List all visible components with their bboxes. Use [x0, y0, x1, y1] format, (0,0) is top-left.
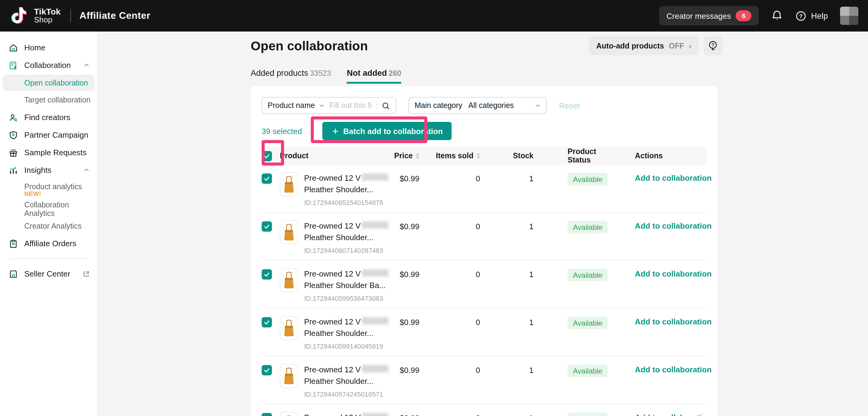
creator-messages-label: Creator messages	[666, 11, 731, 20]
search-input[interactable]	[329, 101, 373, 110]
stock-cell: 1	[480, 316, 533, 327]
svg-text:?: ?	[799, 13, 803, 19]
items-sold-cell: 0	[420, 316, 480, 327]
add-to-collaboration-link[interactable]: Add to collaboration	[635, 220, 712, 231]
tiktok-shop-logo[interactable]: TikTok Shop	[0, 5, 61, 26]
product-image	[280, 412, 298, 416]
check-icon	[264, 152, 270, 159]
product-title: Pre-owned 12 V Pleather Shoulder...	[304, 364, 389, 387]
chevron-up-icon	[83, 62, 90, 69]
table-row: Pre-owned 12 V Pleather Shoulder Ba... I…	[261, 261, 707, 309]
product-image	[280, 268, 298, 292]
row-checkbox[interactable]	[261, 317, 272, 327]
select-all-checkbox[interactable]	[261, 151, 272, 161]
partner-campaign-icon	[8, 130, 18, 140]
reset-button[interactable]: Reset	[559, 101, 580, 110]
help-button[interactable]: ? Help	[795, 10, 828, 22]
sidebar-divider	[8, 258, 89, 259]
price-cell: $0.99	[389, 412, 420, 416]
search-icon[interactable]	[381, 101, 390, 110]
chevron-down-icon	[535, 102, 541, 109]
notifications-bell-icon[interactable]	[771, 9, 783, 23]
price-cell: $0.99	[389, 220, 420, 231]
vertical-divider	[311, 123, 312, 139]
row-checkbox[interactable]	[261, 173, 272, 184]
stock-cell: 1	[480, 220, 533, 231]
product-title: Pre-owned 12 V Pleather Shoulder...	[304, 412, 389, 416]
add-to-collaboration-link[interactable]: Add to collaboration	[635, 172, 712, 182]
selection-row: 39 selected Batch add to collaboration	[261, 122, 707, 140]
product-image	[280, 220, 298, 244]
row-checkbox[interactable]	[261, 269, 272, 280]
status-badge: Available	[567, 221, 608, 234]
tips-button[interactable]: ?	[704, 36, 722, 55]
product-title: Pre-owned 12 V Pleather Shoulder Ba...	[304, 268, 389, 291]
product-id: ID:1729440599140045819	[304, 343, 389, 350]
price-cell: $0.99	[389, 316, 420, 327]
sidebar-item-seller-center[interactable]: Seller Center	[0, 265, 97, 283]
user-avatar[interactable]	[840, 7, 858, 25]
help-label: Help	[811, 11, 828, 20]
sidebar-item-collaboration-analytics[interactable]: Collaboration Analytics	[0, 201, 97, 218]
tiktok-note-icon	[10, 5, 29, 26]
redacted-blur	[362, 317, 389, 324]
sidebar-item-product-analytics[interactable]: Product analytics NEW!	[0, 179, 97, 201]
column-header-price[interactable]: Price	[389, 151, 420, 160]
tab-added-products[interactable]: Added products 33523	[251, 69, 331, 84]
sidebar-item-open-collaboration[interactable]: Open collaboration	[2, 75, 95, 91]
sidebar-item-insights[interactable]: Insights	[0, 161, 97, 179]
creator-messages-button[interactable]: Creator messages 6	[659, 6, 759, 26]
svg-text:?: ?	[711, 42, 714, 47]
product-id: ID:1729440599536473083	[304, 295, 389, 302]
add-to-collaboration-link[interactable]: Add to collaboration	[635, 364, 712, 374]
sidebar-item-affiliate-orders[interactable]: Affiliate Orders	[0, 235, 97, 252]
help-question-icon: ?	[795, 10, 807, 22]
row-checkbox[interactable]	[261, 413, 272, 416]
external-link-icon	[83, 270, 90, 277]
sort-icon	[476, 153, 480, 159]
main-category-select[interactable]: Main category All categories	[408, 97, 547, 114]
affiliate-orders-icon	[8, 239, 18, 248]
table-row: Pre-owned 12 V Pleather Shoulder... ID:1…	[261, 165, 707, 213]
redacted-blur	[362, 269, 389, 277]
handbag-image	[282, 175, 296, 194]
product-id: ID:1729440652540154875	[304, 199, 389, 206]
stock-cell: 1	[480, 268, 533, 279]
sidebar-item-creator-analytics[interactable]: Creator Analytics	[0, 218, 97, 235]
search-field-selector[interactable]: Product name	[268, 101, 315, 110]
product-image	[280, 364, 298, 388]
status-badge: Available	[567, 317, 608, 329]
product-title: Pre-owned 12 V Pleather Shoulder...	[304, 316, 389, 339]
input-divider	[377, 101, 377, 110]
add-to-collaboration-link[interactable]: Add to collaboration	[635, 412, 712, 416]
sidebar-item-target-collaboration[interactable]: Target collaboration	[0, 92, 97, 109]
column-header-items-sold[interactable]: Items sold	[420, 151, 480, 160]
sidebar-item-collaboration[interactable]: Collaboration	[0, 57, 97, 74]
row-checkbox[interactable]	[261, 221, 272, 232]
auto-add-products-button[interactable]: Auto-add products OFF ›	[589, 36, 699, 55]
sidebar-item-find-creators[interactable]: Find creators	[0, 109, 97, 126]
sidebar-item-partner-campaign[interactable]: Partner Campaign	[0, 126, 97, 144]
batch-add-to-collaboration-button[interactable]: Batch add to collaboration	[322, 122, 452, 140]
add-to-collaboration-link[interactable]: Add to collaboration	[635, 316, 712, 326]
new-badge: NEW!	[24, 191, 41, 197]
product-tabs: Added products 33523 Not added 260	[251, 69, 401, 84]
sidebar: Home Collaboration Open collaboration Ta…	[0, 32, 97, 416]
status-badge: Available	[567, 269, 608, 281]
product-image	[280, 172, 298, 197]
page-title: Open collaboration	[251, 38, 368, 53]
sidebar-item-sample-requests[interactable]: Sample Requests	[0, 144, 97, 161]
seller-center-icon	[8, 269, 18, 279]
header-divider	[70, 9, 71, 23]
sidebar-item-home[interactable]: Home	[0, 39, 97, 57]
tab-not-added[interactable]: Not added 260	[347, 69, 402, 84]
status-badge: Available	[567, 173, 608, 185]
check-icon	[264, 415, 270, 416]
plus-icon	[331, 127, 339, 135]
row-checkbox[interactable]	[261, 365, 272, 375]
redacted-blur	[362, 221, 389, 229]
column-header-stock: Stock	[480, 151, 533, 160]
add-to-collaboration-link[interactable]: Add to collaboration	[635, 268, 712, 278]
table-row: Pre-owned 12 V Pleather Shoulder... ID:1…	[261, 309, 707, 356]
chevron-down-icon[interactable]	[319, 102, 325, 109]
